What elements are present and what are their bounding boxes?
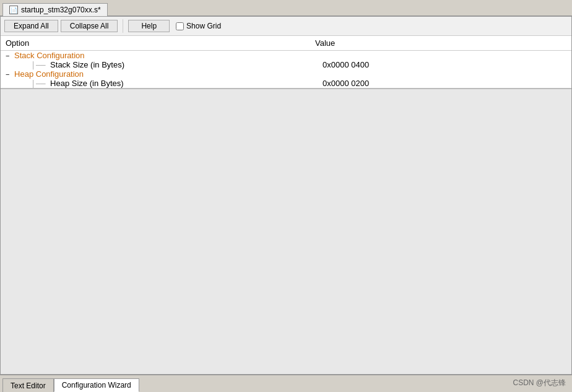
col-option-header: Option xyxy=(1,36,310,51)
bottom-tabs-container: Text EditorConfiguration Wizard xyxy=(2,378,139,392)
toolbar-separator xyxy=(123,19,123,33)
section-heap[interactable]: − Heap Configuration xyxy=(1,69,571,79)
section-expand-icon: − xyxy=(6,52,9,59)
file-tab-label: startup_stm32g070xx.s* xyxy=(21,6,101,14)
item-row-stack-0[interactable]: │── Stack Size (in Bytes) 0x0000 0400 xyxy=(1,60,571,69)
help-button[interactable]: Help xyxy=(128,20,170,32)
section-stack[interactable]: − Stack Configuration xyxy=(1,51,571,61)
expand-all-button[interactable]: Expand All xyxy=(4,20,58,32)
top-tab-bar: 📄 startup_stm32g070xx.s* xyxy=(0,0,572,16)
file-icon: 📄 xyxy=(9,6,18,14)
lower-panel xyxy=(1,88,571,374)
bottom-tab-0[interactable]: Text Editor xyxy=(2,378,54,392)
section-label-stack: Stack Configuration xyxy=(14,51,84,60)
watermark: CSDN @代志锋 xyxy=(513,378,566,388)
item-row-heap-0[interactable]: │── Heap Size (in Bytes) 0x0000 0200 xyxy=(1,79,571,88)
item-label-heap-0: Heap Size (in Bytes) xyxy=(50,79,124,88)
col-value-header: Value xyxy=(310,36,571,51)
bottom-tab-bar: Text EditorConfiguration Wizard xyxy=(0,375,572,392)
section-label-heap: Heap Configuration xyxy=(14,69,84,79)
section-expand-icon: − xyxy=(6,71,9,78)
bottom-tab-1[interactable]: Configuration Wizard xyxy=(54,378,139,392)
file-tab[interactable]: 📄 startup_stm32g070xx.s* xyxy=(2,3,108,16)
config-table: Option Value − Stack Configuration │── S… xyxy=(1,36,571,88)
show-grid-checkbox[interactable] xyxy=(176,22,184,30)
toolbar: Expand All Collapse All Help Show Grid xyxy=(1,17,571,36)
tree-line: │── xyxy=(32,61,45,69)
item-value-stack-0: 0x0000 0400 xyxy=(323,60,369,69)
main-area: Expand All Collapse All Help Show Grid O… xyxy=(0,16,572,375)
show-grid-label[interactable]: Show Grid xyxy=(176,22,221,30)
show-grid-text: Show Grid xyxy=(186,22,221,30)
upper-panel: Option Value − Stack Configuration │── S… xyxy=(1,36,571,88)
collapse-all-button[interactable]: Collapse All xyxy=(61,20,118,32)
item-value-heap-0: 0x0000 0200 xyxy=(323,79,369,88)
tree-line: │── xyxy=(32,80,45,87)
item-label-stack-0: Stack Size (in Bytes) xyxy=(50,60,124,69)
